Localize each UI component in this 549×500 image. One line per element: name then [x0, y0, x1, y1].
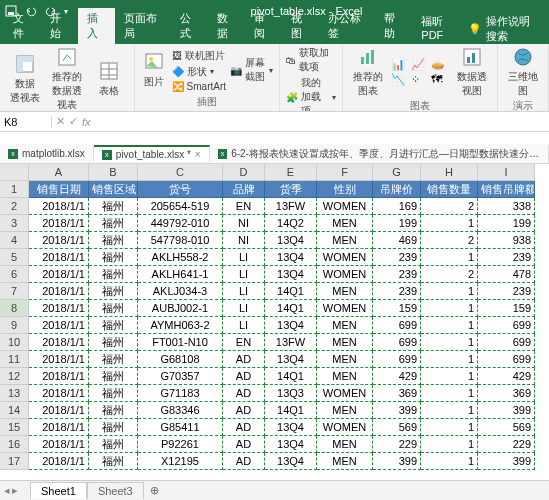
bar-chart-icon[interactable]: 📊 [391, 58, 409, 71]
table-header-cell[interactable]: 销售区域 [89, 181, 138, 198]
cell[interactable]: 369 [373, 385, 421, 402]
sheet-prev-icon[interactable]: ◂ [4, 484, 10, 497]
cell[interactable]: 福州 [89, 368, 138, 385]
table-header-cell[interactable]: 货号 [138, 181, 223, 198]
cell[interactable]: 469 [373, 232, 421, 249]
column-header[interactable]: A [29, 164, 89, 181]
sheet-next-icon[interactable]: ▸ [12, 484, 18, 497]
row-header[interactable]: 8 [0, 300, 29, 317]
cell[interactable]: 229 [478, 436, 535, 453]
cell[interactable]: 478 [478, 266, 535, 283]
cell[interactable]: 399 [478, 402, 535, 419]
cell[interactable]: 199 [373, 215, 421, 232]
cell[interactable]: 2018/1/1 [29, 402, 89, 419]
row-header[interactable]: 1 [0, 181, 29, 198]
cell[interactable]: 699 [478, 317, 535, 334]
cell[interactable]: 2018/1/1 [29, 453, 89, 470]
tab-insert[interactable]: 插入 [78, 8, 115, 44]
add-sheet-button[interactable]: ⊕ [144, 484, 165, 497]
cell[interactable]: 699 [478, 351, 535, 368]
cell[interactable]: 1 [421, 453, 478, 470]
cell[interactable]: 14Q1 [265, 283, 317, 300]
cell[interactable]: 2018/1/1 [29, 232, 89, 249]
cell[interactable]: 2018/1/1 [29, 419, 89, 436]
cell[interactable]: 2 [421, 198, 478, 215]
cell[interactable]: 福州 [89, 215, 138, 232]
area-chart-icon[interactable]: 📉 [391, 73, 409, 86]
cell[interactable]: 159 [373, 300, 421, 317]
cell[interactable]: 福州 [89, 334, 138, 351]
cell[interactable]: G85411 [138, 419, 223, 436]
cell[interactable]: AD [223, 436, 265, 453]
recommended-charts-button[interactable]: 推荐的 图表 [349, 46, 387, 98]
cell[interactable]: 699 [373, 317, 421, 334]
online-pictures-button[interactable]: 🖼联机图片 [172, 49, 226, 63]
cell[interactable]: G83346 [138, 402, 223, 419]
close-icon[interactable]: × [195, 149, 201, 160]
cell[interactable]: G71183 [138, 385, 223, 402]
row-header[interactable]: 10 [0, 334, 29, 351]
cell[interactable]: 福州 [89, 249, 138, 266]
cell[interactable]: 福州 [89, 232, 138, 249]
cell[interactable]: 13Q4 [265, 232, 317, 249]
cell[interactable]: 239 [373, 249, 421, 266]
cell[interactable]: 239 [373, 266, 421, 283]
cell[interactable]: AD [223, 368, 265, 385]
cell[interactable]: AKLH558-2 [138, 249, 223, 266]
cell[interactable]: 1 [421, 351, 478, 368]
cell[interactable]: P92261 [138, 436, 223, 453]
cell[interactable]: 13Q4 [265, 351, 317, 368]
cell[interactable]: MEN [317, 232, 373, 249]
screenshot-button[interactable]: 📷屏幕截图▾ [230, 56, 273, 84]
cell[interactable]: MEN [317, 453, 373, 470]
table-header-cell[interactable]: 吊牌价 [373, 181, 421, 198]
doc-tab-3[interactable]: x6-2-将报表快速设置成按年、季度、月进行汇总—日期型数据快速分组.xlsx [210, 145, 549, 163]
cell[interactable]: MEN [317, 317, 373, 334]
cell[interactable]: 159 [478, 300, 535, 317]
cell[interactable]: 13Q4 [265, 419, 317, 436]
cell[interactable]: 福州 [89, 317, 138, 334]
pivot-table-button[interactable]: 数据 透视表 [6, 53, 44, 105]
row-header[interactable]: 12 [0, 368, 29, 385]
recommended-pivot-button[interactable]: 推荐的 数据透视表 [48, 46, 86, 112]
cell[interactable]: 福州 [89, 385, 138, 402]
cell[interactable]: MEN [317, 436, 373, 453]
row-header[interactable]: 17 [0, 453, 29, 470]
cell[interactable]: 1 [421, 436, 478, 453]
cell[interactable]: AD [223, 351, 265, 368]
cell[interactable]: MEN [317, 402, 373, 419]
cell[interactable]: LI [223, 300, 265, 317]
cell[interactable]: 14Q1 [265, 402, 317, 419]
cell[interactable]: 福州 [89, 436, 138, 453]
cell[interactable]: WOMEN [317, 300, 373, 317]
cell[interactable]: 1 [421, 317, 478, 334]
cell[interactable]: 2018/1/1 [29, 266, 89, 283]
select-all-corner[interactable] [0, 164, 29, 181]
row-header[interactable]: 13 [0, 385, 29, 402]
cell[interactable]: 229 [373, 436, 421, 453]
cell[interactable]: 1 [421, 334, 478, 351]
cell[interactable]: LI [223, 249, 265, 266]
cell[interactable]: 2018/1/1 [29, 351, 89, 368]
cell[interactable]: 13Q4 [265, 317, 317, 334]
cell[interactable]: 2018/1/1 [29, 317, 89, 334]
get-addins-button[interactable]: 🛍获取加载项 [286, 46, 336, 74]
cell[interactable]: 福州 [89, 419, 138, 436]
cell[interactable]: WOMEN [317, 249, 373, 266]
cell[interactable]: 14Q1 [265, 368, 317, 385]
cell[interactable]: 13FW [265, 334, 317, 351]
cell[interactable]: 14Q2 [265, 215, 317, 232]
shapes-button[interactable]: 🔷形状▾ [172, 65, 226, 79]
cell[interactable]: G68108 [138, 351, 223, 368]
table-header-cell[interactable]: 销售数量 [421, 181, 478, 198]
row-header[interactable]: 5 [0, 249, 29, 266]
cell[interactable]: 699 [373, 351, 421, 368]
table-header-cell[interactable]: 货季 [265, 181, 317, 198]
table-header-cell[interactable]: 性别 [317, 181, 373, 198]
cell[interactable]: AUBJ002-1 [138, 300, 223, 317]
cell[interactable]: AYMH063-2 [138, 317, 223, 334]
table-header-cell[interactable]: 销售吊牌额 [478, 181, 535, 198]
tab-data[interactable]: 数据 [208, 8, 245, 44]
cell[interactable]: 福州 [89, 453, 138, 470]
cell[interactable]: MEN [317, 351, 373, 368]
